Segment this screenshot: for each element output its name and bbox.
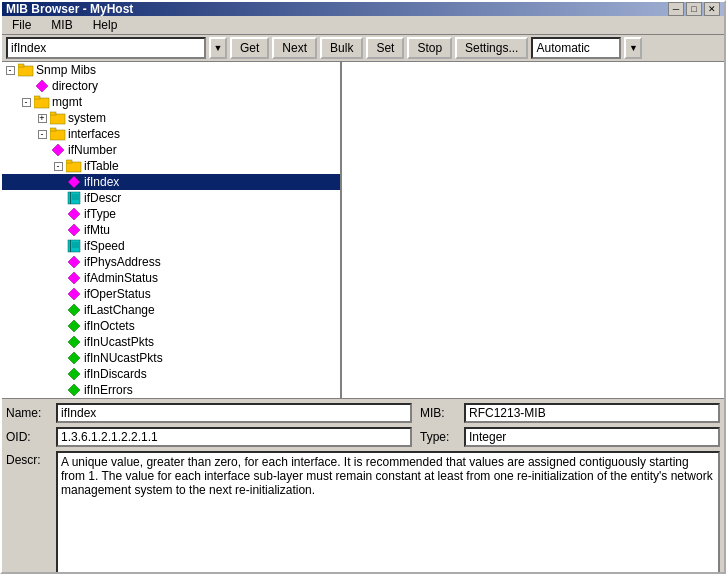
expander-interfaces[interactable]: - bbox=[34, 126, 50, 142]
diamond-icon-ifinnucastpkts bbox=[66, 351, 82, 365]
folder-icon-snmp-mibs bbox=[18, 63, 34, 77]
set-button[interactable]: Set bbox=[366, 37, 404, 59]
svg-marker-27 bbox=[68, 288, 80, 300]
svg-rect-0 bbox=[18, 66, 33, 76]
folder-icon-interfaces bbox=[50, 127, 66, 141]
tree-node-directory[interactable]: directory bbox=[2, 78, 340, 94]
descr-row: Descr: A unique value, greater than zero… bbox=[6, 451, 720, 574]
expander-system[interactable]: + bbox=[34, 110, 50, 126]
type-label: Type: bbox=[420, 430, 460, 444]
name-value[interactable]: ifIndex bbox=[56, 403, 412, 423]
tree-label-ifinnucastpkts: ifInNUcastPkts bbox=[84, 351, 163, 365]
tree-node-ifindiscards[interactable]: ifInDiscards bbox=[2, 366, 340, 382]
tree-node-ifadminstatus[interactable]: ifAdminStatus bbox=[2, 270, 340, 286]
mib-value[interactable]: RFC1213-MIB bbox=[464, 403, 720, 423]
toolbar: ▼ Get Next Bulk Set Stop Settings... ▼ bbox=[2, 35, 724, 62]
svg-rect-21 bbox=[70, 240, 71, 252]
tree-label-mgmt: mgmt bbox=[52, 95, 82, 109]
tree-node-ifspeed[interactable]: ifSpeed bbox=[2, 238, 340, 254]
oid-type-row: OID: 1.3.6.1.2.1.2.2.1.1 Type: Integer bbox=[6, 427, 720, 447]
tree-label-ifspeed: ifSpeed bbox=[84, 239, 125, 253]
svg-rect-7 bbox=[50, 130, 65, 140]
mib-row: MIB: RFC1213-MIB bbox=[420, 403, 720, 423]
bulk-button[interactable]: Bulk bbox=[320, 37, 363, 59]
stop-button[interactable]: Stop bbox=[407, 37, 452, 59]
maximize-button[interactable]: □ bbox=[686, 2, 702, 16]
svg-rect-1 bbox=[18, 64, 24, 67]
type-value[interactable]: Integer bbox=[464, 427, 720, 447]
settings-button[interactable]: Settings... bbox=[455, 37, 528, 59]
right-panel-scroll[interactable] bbox=[342, 62, 724, 398]
minimize-button[interactable]: ─ bbox=[668, 2, 684, 16]
tree-scroll[interactable]: - Snmp Mibs bbox=[2, 62, 340, 398]
tree-node-iflastchange[interactable]: ifLastChange bbox=[2, 302, 340, 318]
svg-marker-19 bbox=[68, 224, 80, 236]
tree-label-ifinoctets: ifInOctets bbox=[84, 319, 135, 333]
diamond-icon-directory bbox=[34, 79, 50, 93]
tree-label-directory: directory bbox=[52, 79, 98, 93]
window-controls: ─ □ ✕ bbox=[668, 2, 720, 16]
svg-marker-29 bbox=[68, 320, 80, 332]
tree-label-ifoperstatus: ifOperStatus bbox=[84, 287, 151, 301]
next-button[interactable]: Next bbox=[272, 37, 317, 59]
tree-node-system[interactable]: + system bbox=[2, 110, 340, 126]
menu-file[interactable]: File bbox=[6, 16, 37, 34]
tree-node-ifoperstatus[interactable]: ifOperStatus bbox=[2, 286, 340, 302]
get-button[interactable]: Get bbox=[230, 37, 269, 59]
tree-node-ifindex[interactable]: ifIndex bbox=[2, 174, 340, 190]
tree-node-iftype[interactable]: ifType bbox=[2, 206, 340, 222]
tree-node-ifnumber[interactable]: ifNumber bbox=[2, 142, 340, 158]
tree-panel: - Snmp Mibs bbox=[2, 62, 342, 398]
book-icon-ifdescr bbox=[66, 191, 82, 205]
diamond-icon-ifnumber bbox=[50, 143, 66, 157]
svg-marker-9 bbox=[52, 144, 64, 156]
tree-node-interfaces[interactable]: - interfaces bbox=[2, 126, 340, 142]
tree-label-ifindiscards: ifInDiscards bbox=[84, 367, 147, 381]
main-window: MIB Browser - MyHost ─ □ ✕ File MIB Help… bbox=[0, 0, 726, 574]
tree-node-mgmt[interactable]: - mgmt bbox=[2, 94, 340, 110]
name-label: Name: bbox=[6, 406, 56, 420]
info-panel: Name: ifIndex MIB: RFC1213-MIB OID: 1.3.… bbox=[2, 399, 724, 574]
oid-value[interactable]: 1.3.6.1.2.1.2.2.1.1 bbox=[56, 427, 412, 447]
svg-rect-20 bbox=[68, 240, 80, 252]
svg-marker-32 bbox=[68, 368, 80, 380]
tree-node-ifinucastpkts[interactable]: ifInUcastPkts bbox=[2, 334, 340, 350]
oid-input[interactable] bbox=[6, 37, 206, 59]
tree-node-ifinoctets[interactable]: ifInOctets bbox=[2, 318, 340, 334]
tree-node-ifinnucastpkts[interactable]: ifInNUcastPkts bbox=[2, 350, 340, 366]
diamond-icon-ifinoctets bbox=[66, 319, 82, 333]
tree-node-snmp-mibs[interactable]: - Snmp Mibs bbox=[2, 62, 340, 78]
expander-mgmt[interactable]: - bbox=[18, 94, 34, 110]
main-content: - Snmp Mibs bbox=[2, 62, 724, 399]
tree-label-interfaces: interfaces bbox=[68, 127, 120, 141]
expander-iftable[interactable]: - bbox=[50, 158, 66, 174]
diamond-icon-iflastchange bbox=[66, 303, 82, 317]
svg-marker-31 bbox=[68, 352, 80, 364]
diamond-icon-iftype bbox=[66, 207, 82, 221]
oid-dropdown-arrow[interactable]: ▼ bbox=[209, 37, 227, 59]
expander-snmp-mibs[interactable]: - bbox=[2, 62, 18, 78]
tree-node-ifdescr[interactable]: ifDescr bbox=[2, 190, 340, 206]
right-panel bbox=[342, 62, 724, 398]
svg-rect-14 bbox=[70, 192, 71, 204]
svg-rect-5 bbox=[50, 114, 65, 124]
svg-rect-11 bbox=[66, 160, 72, 163]
diamond-icon-ifmtu bbox=[66, 223, 82, 237]
auto-input[interactable] bbox=[531, 37, 621, 59]
tree-label-ifinucastpkts: ifInUcastPkts bbox=[84, 335, 154, 349]
menu-help[interactable]: Help bbox=[87, 16, 124, 34]
oid-label: OID: bbox=[6, 430, 56, 444]
tree-node-ifinerrors[interactable]: ifInErrors bbox=[2, 382, 340, 398]
tree-node-ifmtu[interactable]: ifMtu bbox=[2, 222, 340, 238]
close-button[interactable]: ✕ bbox=[704, 2, 720, 16]
auto-dropdown-arrow[interactable]: ▼ bbox=[624, 37, 642, 59]
folder-icon-system bbox=[50, 111, 66, 125]
folder-icon-mgmt bbox=[34, 95, 50, 109]
tree-node-iftable[interactable]: - ifTable bbox=[2, 158, 340, 174]
svg-marker-26 bbox=[68, 272, 80, 284]
tree-node-ifphysaddress[interactable]: ifPhysAddress bbox=[2, 254, 340, 270]
svg-rect-13 bbox=[68, 192, 80, 204]
menu-mib[interactable]: MIB bbox=[45, 16, 78, 34]
descr-value[interactable]: A unique value, greater than zero, for e… bbox=[56, 451, 720, 574]
tree-label-ifinerrors: ifInErrors bbox=[84, 383, 133, 397]
